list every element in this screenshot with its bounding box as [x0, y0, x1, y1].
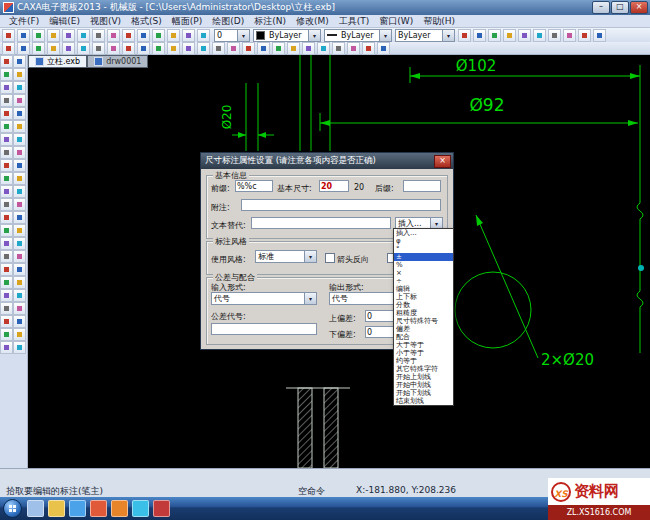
cut-icon[interactable] — [77, 29, 90, 42]
window-titlebar[interactable]: CAXA电子图板2013 - 机械版 - [C:\Users\Administr… — [0, 0, 650, 15]
undo-tool-icon[interactable] — [0, 289, 13, 302]
dropdown-item[interactable]: 分数 — [394, 301, 453, 309]
point-icon[interactable] — [92, 42, 105, 55]
refresh-icon[interactable] — [182, 29, 195, 42]
leader-icon[interactable] — [197, 42, 210, 55]
text-icon[interactable] — [152, 42, 165, 55]
chevron-down-icon[interactable]: ▾ — [304, 293, 316, 304]
copy-icon[interactable] — [92, 29, 105, 42]
chevron-down-icon[interactable]: ▾ — [379, 30, 391, 41]
find-icon[interactable] — [167, 29, 180, 42]
dropdown-item[interactable]: 开始中划线 — [394, 381, 453, 389]
zoom-in-icon[interactable] — [0, 302, 13, 315]
dropdown-item[interactable]: ° — [394, 245, 453, 253]
polyline-icon[interactable] — [137, 42, 150, 55]
color-combo[interactable]: ByLayer ▾ — [253, 29, 321, 42]
basic-size-input[interactable] — [319, 180, 349, 192]
menu-item[interactable]: 幅面(P) — [167, 15, 207, 28]
fillet-icon[interactable] — [377, 42, 390, 55]
maximize-button[interactable]: □ — [611, 1, 629, 14]
leader-icon[interactable] — [0, 159, 13, 172]
circle-icon[interactable] — [47, 42, 60, 55]
zoom-window-icon[interactable] — [458, 29, 471, 42]
redo-tool-icon[interactable] — [13, 289, 26, 302]
dropdown-item[interactable]: 约等于 — [394, 357, 453, 365]
qq-icon[interactable] — [132, 500, 149, 517]
menu-item[interactable]: 文件(F) — [4, 15, 44, 28]
menu-item[interactable]: 工具(T) — [334, 15, 375, 28]
layer-icon[interactable] — [0, 328, 13, 341]
line-icon[interactable] — [13, 55, 26, 68]
wave-line-icon[interactable] — [13, 120, 26, 133]
dropdown-item[interactable]: φ — [394, 237, 453, 245]
chamfer-icon[interactable] — [13, 250, 26, 263]
rotate-tool-icon[interactable] — [332, 42, 345, 55]
arrow-icon[interactable] — [13, 133, 26, 146]
print-preview-icon[interactable] — [62, 29, 75, 42]
break-icon[interactable] — [0, 250, 13, 263]
minimize-button[interactable]: – — [592, 1, 610, 14]
folder-icon[interactable] — [48, 500, 65, 517]
media-player-icon[interactable] — [111, 500, 128, 517]
weld-symbol-icon[interactable] — [13, 172, 26, 185]
menu-item[interactable]: 帮助(H) — [418, 15, 460, 28]
chevron-down-icon[interactable]: ▾ — [308, 30, 320, 41]
show-all-icon[interactable] — [13, 315, 26, 328]
dropdown-item[interactable]: 其它特殊字符 — [394, 365, 453, 373]
array-icon[interactable] — [302, 42, 315, 55]
delete-icon[interactable] — [13, 276, 26, 289]
input-form-combo[interactable]: 代号 ▾ — [211, 292, 317, 305]
pan-icon[interactable] — [488, 29, 501, 42]
arc-icon[interactable] — [62, 42, 75, 55]
dropdown-item[interactable]: 插入... — [394, 229, 453, 237]
scale-tool-icon[interactable] — [347, 42, 360, 55]
dropdown-item[interactable]: 开始上划线 — [394, 373, 453, 381]
double-line-icon[interactable] — [0, 133, 13, 146]
roughness-icon[interactable] — [0, 172, 13, 185]
datum-icon[interactable] — [13, 159, 26, 172]
chrome-icon[interactable] — [90, 500, 107, 517]
note-input[interactable] — [241, 199, 441, 211]
help-icon[interactable] — [578, 29, 591, 42]
zoom-dynamic-icon[interactable] — [473, 29, 486, 42]
tolerance-code-input[interactable] — [211, 323, 317, 335]
open-file-icon[interactable] — [17, 29, 30, 42]
tab-立柱.exb[interactable]: 立柱.exb — [28, 55, 87, 68]
circle-icon[interactable] — [0, 68, 13, 81]
full-extent-icon[interactable] — [503, 29, 516, 42]
dropdown-item[interactable]: 粗糙度 — [394, 309, 453, 317]
about-icon[interactable] — [593, 29, 606, 42]
new-window-icon[interactable] — [518, 29, 531, 42]
tolerance-frame-icon[interactable] — [212, 42, 225, 55]
dropdown-item[interactable]: % — [394, 261, 453, 269]
scale-icon[interactable] — [0, 224, 13, 237]
options-icon[interactable] — [548, 29, 561, 42]
line-icon[interactable] — [17, 42, 30, 55]
internet-explorer-icon[interactable] — [69, 500, 86, 517]
pan-tool-icon[interactable] — [0, 315, 13, 328]
suffix-input[interactable] — [403, 180, 441, 192]
datum-icon[interactable] — [242, 42, 255, 55]
text-substitute-input[interactable] — [251, 217, 391, 229]
center-line-icon[interactable] — [13, 107, 26, 120]
menu-item[interactable]: 格式(S) — [126, 15, 167, 28]
dropdown-item[interactable]: ÷ — [394, 277, 453, 285]
extend-icon[interactable] — [13, 237, 26, 250]
chevron-down-icon[interactable]: ▾ — [442, 30, 454, 41]
spline-icon[interactable] — [13, 81, 26, 94]
insert-block-icon[interactable] — [287, 42, 300, 55]
menu-item[interactable]: 视图(V) — [85, 15, 126, 28]
arc-icon[interactable] — [13, 68, 26, 81]
block-icon[interactable] — [13, 185, 26, 198]
paste-icon[interactable] — [107, 29, 120, 42]
dimension-icon[interactable] — [182, 42, 195, 55]
new-file-icon[interactable] — [2, 29, 15, 42]
menu-item[interactable]: 窗口(W) — [374, 15, 418, 28]
polygon-icon[interactable] — [0, 107, 13, 120]
fillet-icon[interactable] — [0, 263, 13, 276]
tab-drw0001[interactable]: drw0001 — [87, 55, 148, 68]
text-icon[interactable] — [0, 146, 13, 159]
format-brush-icon[interactable] — [122, 29, 135, 42]
polyline-icon[interactable] — [0, 120, 13, 133]
close-button[interactable]: × — [630, 1, 648, 14]
